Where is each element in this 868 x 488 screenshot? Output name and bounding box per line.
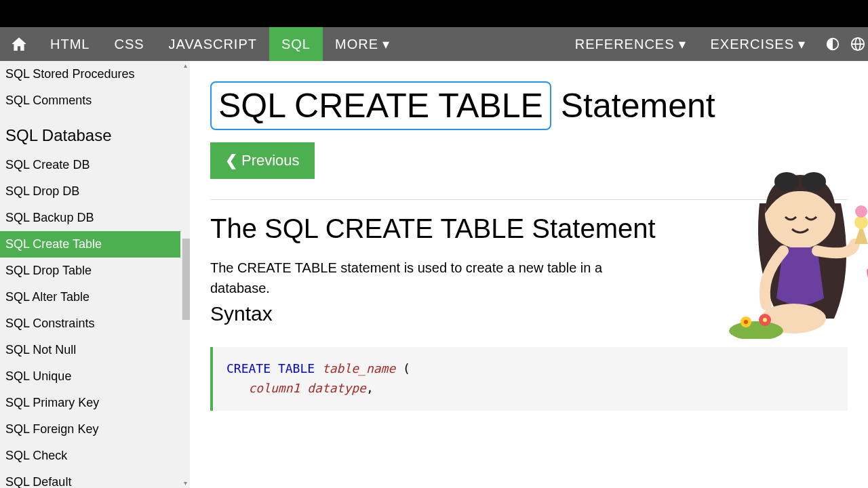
sidebar-item-not-null[interactable]: SQL Not Null: [0, 337, 190, 363]
video-black-bar: [0, 0, 868, 27]
code-punc: ,: [366, 381, 374, 395]
top-navigation: HTML CSS JAVASCRIPT SQL MORE▾ REFERENCES…: [0, 27, 868, 61]
sidebar-item-stored-procedures[interactable]: SQL Stored Procedures: [0, 61, 190, 87]
sidebar-item-default[interactable]: SQL Default: [0, 469, 190, 488]
main-content: SQL CREATE TABLE Statement ❮Previous The…: [190, 61, 868, 488]
title-rest: Statement: [551, 87, 715, 125]
globe-icon: [850, 37, 865, 52]
nav-references[interactable]: REFERENCES▾: [563, 27, 698, 61]
nav-more[interactable]: MORE▾: [323, 27, 402, 61]
nav-sql[interactable]: SQL: [269, 27, 323, 61]
code-keyword: CREATE: [226, 361, 271, 375]
scroll-down-icon[interactable]: ▾: [180, 479, 190, 488]
mascot-illustration: [719, 149, 868, 339]
scrollbar-thumb[interactable]: [182, 239, 190, 320]
scroll-up-icon[interactable]: ▴: [180, 61, 190, 70]
nav-references-label: REFERENCES: [575, 37, 675, 52]
nav-javascript[interactable]: JAVASCRIPT: [157, 27, 269, 61]
svg-point-4: [774, 172, 799, 191]
caret-down-icon: ▾: [798, 36, 806, 52]
code-example: CREATE TABLE table_name ( column1 dataty…: [210, 347, 848, 411]
sidebar-item-backup-db[interactable]: SQL Backup DB: [0, 205, 190, 231]
caret-down-icon: ▾: [679, 36, 686, 52]
svg-point-8: [855, 205, 867, 218]
chevron-left-icon: ❮: [225, 152, 237, 169]
sidebar-item-unique[interactable]: SQL Unique: [0, 363, 190, 390]
code-punc: (: [395, 361, 410, 375]
page-title: SQL CREATE TABLE Statement: [210, 81, 715, 130]
contrast-icon: [825, 37, 840, 52]
nav-css[interactable]: CSS: [102, 27, 156, 61]
svg-point-5: [802, 172, 826, 191]
svg-point-11: [744, 320, 748, 324]
nav-html[interactable]: HTML: [38, 27, 102, 61]
sidebar-item-drop-table[interactable]: SQL Drop Table: [0, 258, 190, 284]
sidebar-item-foreign-key[interactable]: SQL Foreign Key: [0, 416, 190, 443]
caret-down-icon: ▾: [382, 36, 390, 52]
code-identifier: table_name: [322, 361, 395, 375]
code-keyword: TABLE: [278, 361, 315, 375]
section-description: The CREATE TABLE statement is used to cr…: [210, 258, 631, 298]
nav-more-label: MORE: [335, 37, 378, 52]
sidebar-item-constraints[interactable]: SQL Constraints: [0, 310, 190, 337]
nav-exercises[interactable]: EXERCISES▾: [698, 27, 818, 61]
sidebar-item-alter-table[interactable]: SQL Alter Table: [0, 284, 190, 310]
theme-toggle[interactable]: [818, 27, 848, 61]
sidebar-item-drop-db[interactable]: SQL Drop DB: [0, 178, 190, 205]
previous-label: Previous: [241, 152, 300, 169]
code-identifier: column1 datatype: [249, 381, 366, 395]
sidebar-heading-database: SQL Database: [0, 114, 190, 152]
home-button[interactable]: [0, 27, 38, 61]
sidebar-scrollbar[interactable]: ▴ ▾: [180, 61, 190, 488]
sidebar-item-create-table[interactable]: SQL Create Table: [0, 231, 190, 258]
globe-button[interactable]: [848, 27, 868, 61]
sidebar-item-comments[interactable]: SQL Comments: [0, 87, 190, 114]
sidebar-item-create-db[interactable]: SQL Create DB: [0, 152, 190, 178]
home-icon: [10, 35, 28, 53]
sidebar-item-primary-key[interactable]: SQL Primary Key: [0, 390, 190, 416]
title-highlighted: SQL CREATE TABLE: [210, 81, 551, 130]
nav-exercises-label: EXERCISES: [711, 37, 794, 52]
sidebar-item-check[interactable]: SQL Check: [0, 443, 190, 469]
sidebar: SQL Stored Procedures SQL Comments SQL D…: [0, 61, 190, 488]
svg-point-13: [763, 318, 767, 322]
previous-button[interactable]: ❮Previous: [210, 142, 315, 179]
